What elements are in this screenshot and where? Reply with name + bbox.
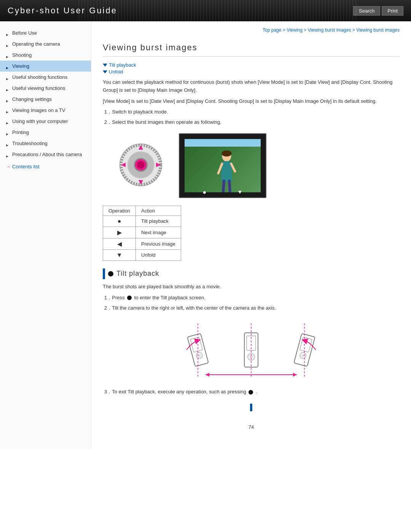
table-header-operation: Operation [103, 206, 136, 216]
chevron-right-icon [6, 142, 10, 145]
sidebar-item-shooting[interactable]: Shooting [0, 50, 91, 61]
main-layout: Before Use Operating the camera Shooting… [0, 21, 411, 449]
chevron-right-icon [6, 120, 10, 123]
breadcrumb: Top page > Viewing > Viewing burst image… [103, 25, 400, 38]
tilt-step-3: 3．To exit Tilt playback, execute any ope… [103, 388, 400, 396]
breadcrumb-viewing[interactable]: Viewing [287, 27, 303, 33]
images-row: ● ▼ [118, 133, 400, 198]
arrow-right-icon: → [6, 164, 11, 169]
photo-display: ● ▼ [179, 133, 266, 198]
table-header-action: Action [136, 206, 181, 216]
chevron-right-icon [6, 86, 10, 90]
page-bottom-bar [250, 404, 252, 411]
triangle-down-icon [103, 64, 107, 67]
table-row: ▼ Unfold [103, 249, 181, 260]
camera-control-illustration [118, 142, 164, 189]
section-links: Tilt playback Unfold [103, 62, 400, 75]
chevron-right-icon [6, 53, 10, 57]
sidebar-item-changing-settings[interactable]: Changing settings [0, 94, 91, 105]
tilt-step-2: 2．Tilt the camera to the right or left, … [103, 304, 400, 312]
sidebar-item-useful-shooting[interactable]: Useful shooting functions [0, 72, 91, 83]
breadcrumb-viewing-burst[interactable]: Viewing burst images [308, 27, 351, 33]
page-number: 74 [103, 424, 400, 438]
body-text-2: [View Mode] is set to [Date View] and [D… [103, 97, 400, 105]
page-title: Viewing burst images [103, 38, 400, 57]
svg-marker-31 [293, 373, 297, 377]
print-button[interactable]: Print [382, 6, 403, 16]
table-row: ● Tilt playback [103, 216, 181, 227]
table-cell-action: Previous image [136, 238, 181, 249]
svg-rect-25 [300, 337, 312, 352]
chevron-right-icon [6, 153, 10, 157]
content-area: Top page > Viewing > Viewing burst image… [91, 21, 411, 449]
sidebar-item-viewing-tv[interactable]: Viewing images on a TV [0, 105, 91, 116]
sidebar-item-troubleshooting[interactable]: Troubleshooting [0, 138, 91, 149]
contents-list-link[interactable]: → Contents list [0, 160, 91, 172]
blue-bar-icon [103, 268, 105, 279]
table-row: ◀ Previous image [103, 238, 181, 249]
body-text-1: You can select the playback method for c… [103, 78, 400, 94]
sidebar-item-precautions[interactable]: Precautions / About this camera [0, 149, 91, 160]
sidebar-item-viewing[interactable]: Viewing [0, 61, 91, 72]
table-cell-op: ● [103, 216, 136, 227]
tilt-illustration [103, 320, 400, 380]
tilt-body: The burst shots are played back smoothly… [103, 283, 400, 291]
triangle-down-icon [103, 70, 107, 73]
header: Cyber-shot User Guide Search Print [0, 0, 411, 21]
tilt-step-1: 1．Press to enter the Tilt playback scree… [103, 294, 400, 302]
table-cell-action: Next image [136, 227, 181, 238]
table-cell-op: ◀ [103, 238, 136, 249]
photo-image [185, 139, 261, 192]
table-cell-action: Tilt playback [136, 216, 181, 227]
svg-point-7 [137, 161, 145, 169]
chevron-right-icon [6, 31, 10, 35]
chevron-right-icon [6, 131, 10, 134]
chevron-right-icon [6, 64, 10, 68]
svg-rect-15 [190, 337, 202, 352]
table-cell-op: ▶ [103, 227, 136, 238]
breadcrumb-current: Viewing burst images [356, 27, 400, 33]
chevron-right-icon [6, 109, 10, 112]
svg-point-13 [222, 150, 232, 157]
breadcrumb-top[interactable]: Top page [263, 27, 281, 33]
tilt-section: Tilt playback The burst shots are played… [103, 268, 400, 396]
table-cell-action: Unfold [136, 249, 181, 260]
operation-table: Operation Action ● Tilt playback ▶ Next … [103, 206, 181, 261]
table-row: ▶ Next image [103, 227, 181, 238]
table-cell-op: ▼ [103, 249, 136, 260]
chevron-right-icon [6, 42, 10, 46]
tilt-playback-link[interactable]: Tilt playback [103, 62, 400, 68]
chevron-right-icon [6, 75, 10, 79]
sidebar-item-useful-viewing[interactable]: Useful viewing functions [0, 83, 91, 94]
svg-marker-30 [206, 373, 209, 377]
sidebar-item-operating[interactable]: Operating the camera [0, 38, 91, 50]
bullet-circle-icon [108, 271, 113, 276]
header-buttons: Search Print [353, 6, 403, 16]
chevron-right-icon [6, 97, 10, 101]
step-2: 2．Select the burst images then operate a… [103, 118, 400, 126]
unfold-link[interactable]: Unfold [103, 69, 400, 75]
tilt-heading: Tilt playback [103, 268, 400, 279]
sidebar-item-computer[interactable]: Using with your computer [0, 116, 91, 127]
sidebar: Before Use Operating the camera Shooting… [0, 21, 91, 449]
sidebar-item-printing[interactable]: Printing [0, 127, 91, 138]
sidebar-item-before-use[interactable]: Before Use [0, 27, 91, 38]
step-1: 1．Switch to playback mode. [103, 108, 400, 116]
